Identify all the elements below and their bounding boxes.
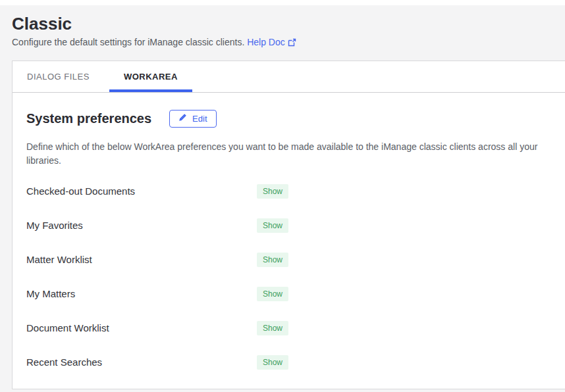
preference-label: Document Worklist	[26, 322, 257, 333]
edit-button[interactable]: Edit	[169, 110, 216, 128]
page-title: Classic	[12, 14, 552, 34]
status-badge: Show	[257, 218, 288, 233]
status-badge: Show	[257, 321, 288, 335]
page-header: Classic Configure the default settings f…	[0, 5, 565, 49]
tab-workarea[interactable]: WORKAREA	[109, 61, 192, 92]
workarea-tab-panel: System preferences Edit Define which of …	[13, 93, 565, 389]
section-heading-row: System preferences Edit	[26, 110, 551, 128]
external-link-icon	[288, 36, 296, 49]
preference-row: Recent Searches Show	[26, 345, 551, 380]
help-doc-link[interactable]: Help Doc	[247, 36, 296, 49]
preference-label: Matter Worklist	[26, 254, 257, 265]
tab-bar: DIALOG FILES WORKAREA	[13, 61, 565, 93]
status-badge: Show	[257, 355, 288, 370]
section-description: Define which of the below WorkArea prefe…	[26, 140, 551, 168]
edit-button-label: Edit	[192, 114, 207, 124]
preference-label: My Favorites	[26, 220, 257, 231]
preference-row: Checked-out Documents Show	[26, 174, 551, 208]
page-subtitle-text: Configure the default settings for iMana…	[12, 37, 244, 47]
help-doc-link-label: Help Doc	[247, 36, 285, 49]
preference-label: Recent Searches	[26, 356, 257, 368]
page-subtitle: Configure the default settings for iMana…	[12, 36, 552, 49]
settings-card: DIALOG FILES WORKAREA System preferences…	[12, 61, 565, 389]
status-badge: Show	[257, 184, 288, 199]
tab-dialog-files[interactable]: DIALOG FILES	[13, 61, 104, 92]
preference-row: Matter Worklist Show	[26, 243, 551, 277]
section-heading: System preferences	[26, 111, 151, 126]
top-strip	[0, 0, 565, 5]
preference-list: Checked-out Documents Show My Favorites …	[26, 174, 551, 380]
preference-row: My Favorites Show	[26, 208, 551, 243]
preference-label: My Matters	[26, 288, 257, 299]
status-badge: Show	[257, 287, 288, 301]
preference-label: Checked-out Documents	[26, 185, 257, 197]
pencil-icon	[178, 113, 187, 124]
preference-row: My Matters Show	[26, 277, 551, 311]
preference-row: Document Worklist Show	[26, 311, 551, 345]
status-badge: Show	[257, 253, 288, 267]
